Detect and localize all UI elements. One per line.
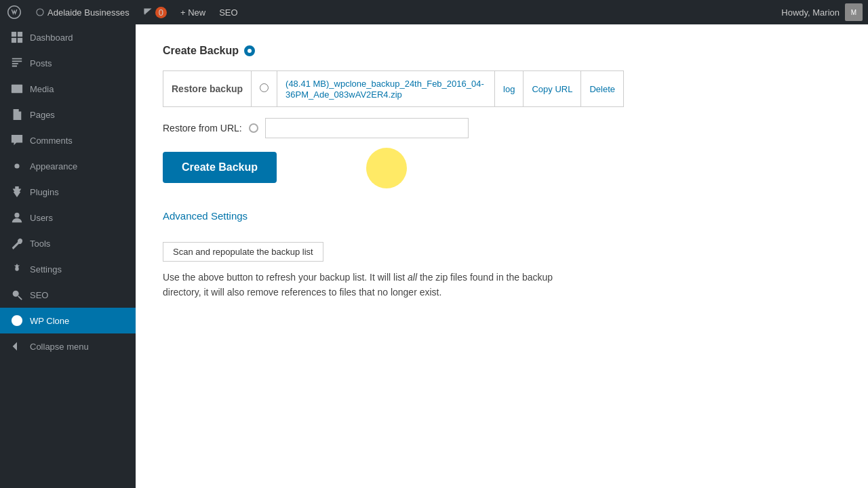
svg-rect-3 — [18, 38, 22, 43]
sidebar-item-appearance[interactable]: Appearance — [0, 153, 136, 179]
comment-count: 0 — [155, 7, 167, 18]
log-link[interactable]: log — [503, 84, 515, 94]
restore-url-row: Restore from URL: — [163, 118, 841, 138]
svg-rect-1 — [18, 32, 22, 37]
sidebar-item-seo[interactable]: SEO — [0, 282, 136, 308]
site-name-label: Adelaide Businesses — [47, 7, 130, 18]
delete-cell: Delete — [581, 71, 624, 107]
sidebar-label-seo: SEO — [30, 290, 48, 300]
restore-radio[interactable] — [260, 83, 269, 92]
sidebar-item-pages[interactable]: Pages — [0, 102, 136, 127]
scan-desc-italic: all — [408, 272, 417, 283]
copy-url-cell: Copy URL — [524, 71, 581, 107]
site-name-bar[interactable]: Adelaide Businesses — [30, 7, 135, 18]
svg-point-6 — [14, 163, 19, 168]
sidebar-item-tools[interactable]: Tools — [0, 230, 136, 256]
sidebar: Dashboard Posts Media Pages Comments App… — [0, 24, 136, 488]
sidebar-label-plugins: Plugins — [30, 187, 59, 197]
backup-file-link[interactable]: (48.41 MB)_wpclone_backup_24th_Feb_2016_… — [285, 79, 484, 100]
sidebar-item-comments[interactable]: Comments — [0, 127, 136, 153]
restore-url-input[interactable] — [265, 118, 469, 138]
sidebar-label-tools: Tools — [30, 239, 50, 249]
scan-description: Use the above button to refresh your bac… — [163, 270, 583, 300]
sidebar-item-media[interactable]: Media — [0, 76, 136, 102]
backup-file-cell: (48.41 MB)_wpclone_backup_24th_Feb_2016_… — [277, 71, 495, 107]
sidebar-label-media: Media — [30, 84, 54, 94]
sidebar-item-plugins[interactable]: Plugins — [0, 179, 136, 205]
page-content: Create Backup Restore backup (48.41 MB)_… — [136, 24, 868, 488]
svg-rect-0 — [12, 32, 16, 37]
svg-point-7 — [14, 213, 19, 218]
content-area: Create Backup Restore backup (48.41 MB)_… — [136, 24, 868, 488]
create-backup-radio[interactable] — [244, 45, 255, 56]
log-cell: log — [495, 71, 524, 107]
avatar: M — [845, 3, 863, 21]
svg-line-10 — [18, 296, 22, 300]
scan-desc-text1: Use the above button to refresh your bac… — [163, 272, 408, 283]
advanced-settings-section: Advanced Settings — [163, 210, 841, 222]
sidebar-item-settings[interactable]: Settings — [0, 256, 136, 282]
advanced-settings-link[interactable]: Advanced Settings — [163, 210, 841, 222]
seo-bar[interactable]: SEO — [214, 7, 243, 18]
sidebar-label-collapse: Collapse menu — [30, 342, 89, 352]
sidebar-item-collapse[interactable]: Collapse menu — [0, 333, 136, 359]
sidebar-label-users: Users — [30, 213, 53, 223]
svg-rect-2 — [12, 38, 16, 43]
svg-point-9 — [13, 291, 19, 297]
restore-backup-row: Restore backup (48.41 MB)_wpclone_backup… — [163, 71, 624, 107]
wp-logo[interactable] — [5, 3, 23, 21]
sidebar-item-posts[interactable]: Posts — [0, 50, 136, 76]
sidebar-label-posts: Posts — [30, 58, 52, 68]
sidebar-item-users[interactable]: Users — [0, 205, 136, 230]
sidebar-label-dashboard: Dashboard — [30, 33, 73, 43]
scan-section: Scan and repopulate the backup list Use … — [163, 242, 841, 300]
restore-backup-label: Restore backup — [163, 71, 252, 107]
sidebar-label-settings: Settings — [30, 264, 62, 274]
restore-backup-table: Restore backup (48.41 MB)_wpclone_backup… — [163, 70, 624, 107]
create-backup-button[interactable]: Create Backup — [163, 152, 277, 183]
scan-repopulate-button[interactable]: Scan and repopulate the backup list — [163, 242, 323, 262]
howdy-bar: Howdy, Marion M — [781, 3, 863, 21]
restore-radio-cell[interactable] — [252, 71, 277, 107]
sidebar-item-dashboard[interactable]: Dashboard — [0, 24, 136, 50]
section-title-text: Create Backup — [163, 45, 239, 57]
admin-bar: Adelaide Businesses 0 + New SEO Howdy, M… — [0, 0, 868, 24]
restore-url-label: Restore from URL: — [163, 123, 242, 134]
sidebar-label-wpclone: WP Clone — [30, 316, 69, 326]
sidebar-label-comments: Comments — [30, 136, 73, 146]
howdy-label: Howdy, Marion — [781, 7, 840, 18]
sidebar-item-wpclone[interactable]: WP Clone — [0, 308, 136, 333]
delete-link[interactable]: Delete — [589, 84, 615, 94]
restore-url-radio[interactable] — [249, 123, 258, 133]
section-title: Create Backup — [163, 45, 841, 57]
sidebar-label-pages: Pages — [30, 110, 55, 120]
new-bar[interactable]: + New — [175, 7, 211, 18]
copy-url-link[interactable]: Copy URL — [532, 84, 572, 94]
comments-bar[interactable]: 0 — [138, 7, 172, 18]
sidebar-label-appearance: Appearance — [30, 161, 77, 171]
